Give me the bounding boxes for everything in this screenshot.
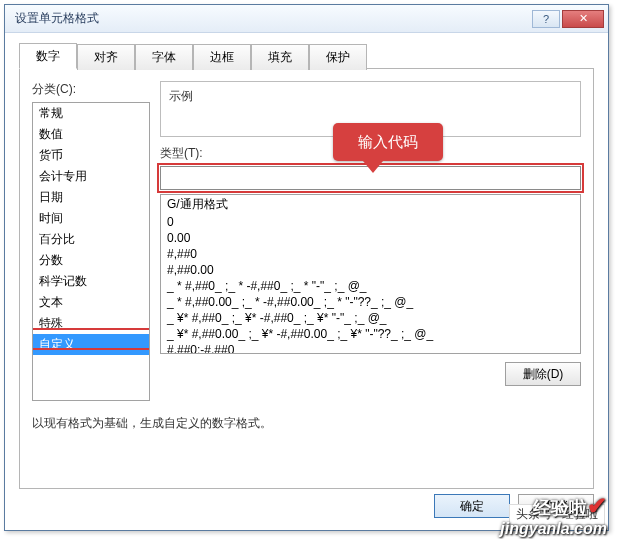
tab-label: 填充	[268, 49, 292, 66]
tab-label: 对齐	[94, 49, 118, 66]
close-icon: ✕	[579, 12, 588, 25]
window-buttons: ? ✕	[532, 10, 608, 28]
format-button-row: 删除(D)	[160, 362, 581, 386]
category-label: 分类(C):	[32, 81, 150, 98]
button-label: 删除(D)	[523, 366, 564, 383]
sample-label: 示例	[169, 88, 572, 105]
format-item[interactable]: _ * #,##0.00_ ;_ * -#,##0.00_ ;_ * "-"??…	[161, 294, 580, 310]
format-item[interactable]: #,##0	[161, 246, 580, 262]
format-listbox[interactable]: G/通用格式 0 0.00 #,##0 #,##0.00 _ * #,##0_ …	[160, 194, 581, 354]
category-item-time[interactable]: 时间	[33, 208, 149, 229]
category-item-fraction[interactable]: 分数	[33, 250, 149, 271]
hint-text: 以现有格式为基础，生成自定义的数字格式。	[32, 415, 272, 432]
dialog-buttons: 确定 取消	[434, 494, 594, 518]
tab-number[interactable]: 数字	[19, 43, 77, 69]
button-label: 确定	[460, 498, 484, 515]
annotation-callout: 输入代码	[333, 123, 443, 161]
tab-strip: 数字 对齐 字体 边框 填充 保护	[19, 43, 594, 69]
category-item-accounting[interactable]: 会计专用	[33, 166, 149, 187]
category-item-number[interactable]: 数值	[33, 124, 149, 145]
category-column: 分类(C): 常规 数值 货币 会计专用 日期 时间 百分比 分数 科学记数 文…	[32, 81, 150, 401]
help-button[interactable]: ?	[532, 10, 560, 28]
cancel-button[interactable]: 取消	[518, 494, 594, 518]
tab-label: 数字	[36, 48, 60, 65]
category-item-special[interactable]: 特殊	[33, 313, 149, 334]
category-item-date[interactable]: 日期	[33, 187, 149, 208]
tab-label: 字体	[152, 49, 176, 66]
category-item-currency[interactable]: 货币	[33, 145, 149, 166]
tab-align[interactable]: 对齐	[77, 44, 135, 70]
category-item-percent[interactable]: 百分比	[33, 229, 149, 250]
titlebar: 设置单元格格式 ? ✕	[5, 5, 608, 33]
category-listbox[interactable]: 常规 数值 货币 会计专用 日期 时间 百分比 分数 科学记数 文本 特殊 自定…	[32, 102, 150, 401]
format-item[interactable]: 0	[161, 214, 580, 230]
ok-button[interactable]: 确定	[434, 494, 510, 518]
dialog-window: 设置单元格格式 ? ✕ 数字 对齐 字体 边框 填充 保护 分类(C): 常规 …	[4, 4, 609, 531]
format-item[interactable]: 0.00	[161, 230, 580, 246]
format-item[interactable]: #,##0.00	[161, 262, 580, 278]
format-item[interactable]: #,##0;-#,##0	[161, 342, 580, 354]
window-title: 设置单元格格式	[15, 10, 532, 27]
format-item[interactable]: _ * #,##0_ ;_ * -#,##0_ ;_ * "-"_ ;_ @_	[161, 278, 580, 294]
tab-fill[interactable]: 填充	[251, 44, 309, 70]
callout-text: 输入代码	[358, 133, 418, 152]
tab-label: 边框	[210, 49, 234, 66]
tab-panel-number: 分类(C): 常规 数值 货币 会计专用 日期 时间 百分比 分数 科学记数 文…	[19, 69, 594, 489]
category-item-general[interactable]: 常规	[33, 103, 149, 124]
tab-label: 保护	[326, 49, 350, 66]
format-item[interactable]: _ ¥* #,##0.00_ ;_ ¥* -#,##0.00_ ;_ ¥* "-…	[161, 326, 580, 342]
button-label: 取消	[544, 498, 568, 515]
category-item-scientific[interactable]: 科学记数	[33, 271, 149, 292]
close-button[interactable]: ✕	[562, 10, 604, 28]
tab-border[interactable]: 边框	[193, 44, 251, 70]
format-item[interactable]: _ ¥* #,##0_ ;_ ¥* -#,##0_ ;_ ¥* "-"_ ;_ …	[161, 310, 580, 326]
category-item-custom[interactable]: 自定义	[33, 334, 149, 355]
delete-button[interactable]: 删除(D)	[505, 362, 581, 386]
panel-layout: 分类(C): 常规 数值 货币 会计专用 日期 时间 百分比 分数 科学记数 文…	[32, 81, 581, 401]
client-area: 数字 对齐 字体 边框 填充 保护 分类(C): 常规 数值 货币 会计专用 日…	[5, 33, 608, 530]
category-item-text[interactable]: 文本	[33, 292, 149, 313]
tab-protect[interactable]: 保护	[309, 44, 367, 70]
help-icon: ?	[543, 13, 549, 25]
tab-font[interactable]: 字体	[135, 44, 193, 70]
format-item[interactable]: G/通用格式	[161, 195, 580, 214]
